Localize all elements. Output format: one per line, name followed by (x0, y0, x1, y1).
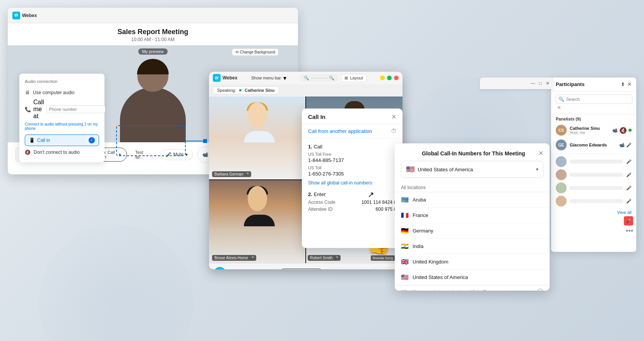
stop-video-meeting-button[interactable]: 📹 Stop video ▾ (326, 268, 368, 269)
france-flag: 🇫🇷 (401, 212, 409, 219)
global-close-button[interactable]: ✕ (538, 150, 543, 157)
export-icon[interactable]: ⬆ (621, 81, 625, 87)
mute-all-icon[interactable]: 🎤 (624, 216, 633, 226)
maximize-btn-main[interactable]: □ (539, 81, 542, 86)
media-controls-left: ⊞ ▾ (248, 269, 258, 270)
dont-connect-icon: 🔇 (25, 150, 31, 155)
minimize-button[interactable] (380, 76, 385, 80)
location-item-aruba[interactable]: 🇦🇼 Aruba (395, 192, 550, 208)
call-me-option[interactable]: 📞 Call me at (25, 97, 99, 121)
participants-search-input[interactable] (566, 97, 629, 102)
besse-mic-icon: 🎤 (250, 256, 254, 260)
aruba-flag: 🇦🇼 (401, 196, 409, 203)
list-view-icon[interactable]: ≡ (557, 104, 560, 110)
more-options-icon[interactable]: ••• (626, 227, 633, 235)
call-me-label: Call me at (33, 99, 44, 120)
giacomo-name: Giacomo Edwards (570, 143, 616, 147)
mute-button[interactable]: 🎤 Mute ▾ (161, 149, 193, 160)
search-end-icon: 🔍 (329, 76, 334, 81)
participants-title: Participants (556, 81, 584, 87)
show-menu-bar[interactable]: Show menu bar ▾ (251, 74, 286, 82)
participants-search-box[interactable]: 🔍 (555, 95, 632, 104)
speaking-bar: Speaking: Catherine Sinu (209, 84, 402, 96)
connect-audio-button[interactable]: 🎙 Connect audio (279, 269, 323, 270)
global-header: Global Call-In Numbers for This Meeting … (395, 143, 550, 161)
close-button[interactable] (394, 76, 399, 80)
attendee-id-label: Attendee ID (308, 207, 332, 212)
video-cell-barbara: Barbara German 🎤 (209, 96, 305, 179)
test-speaker-button[interactable]: Test sp... (132, 148, 156, 161)
access-code-value: 1001 114 8424 # (361, 200, 396, 205)
access-code-label: Access Code (308, 200, 336, 205)
search-layout-area: 🔍 ────── 🔍 ⊞ Layout (300, 74, 366, 82)
meeting-search[interactable]: 🔍 ────── 🔍 (300, 74, 339, 82)
robert-name: Robert Smith (310, 256, 332, 260)
usa-flag: 🇺🇸 (401, 274, 409, 281)
bot-icon: 🤖 (214, 267, 226, 270)
video-cell-besse: Besse Alexis-Home 🎤 (209, 180, 305, 263)
avatar-3 (556, 156, 567, 167)
giacomo-avatar: GE (556, 140, 567, 150)
country-dropdown[interactable]: 🇺🇸 United States of America ▾ (401, 161, 543, 178)
change-background-button[interactable]: ⟲ Change Background (232, 48, 279, 56)
use-computer-audio-option[interactable]: 🖥 Use computer audio (25, 88, 99, 97)
info-icon[interactable]: i (537, 289, 543, 291)
layout-button[interactable]: ⊞ Layout (341, 74, 366, 82)
location-item-germany[interactable]: 🇩🇪 Germany (395, 223, 550, 239)
call-from-link[interactable]: Call from another application (308, 128, 372, 134)
layout-icon: ⊞ (344, 76, 348, 81)
barbara-name: Barbara German (214, 172, 243, 176)
location-item-uk[interactable]: 🇬🇧 United Kingdom (395, 254, 550, 270)
show-menu-chevron: ▾ (283, 74, 286, 82)
all-locations-header: All locations (395, 183, 550, 192)
besse-nametag: Besse Alexis-Home 🎤 (212, 255, 256, 261)
maximize-button[interactable] (387, 76, 392, 80)
meeting-webex-icon: W (213, 74, 221, 82)
robert-mic-icon: 🎤 (334, 256, 338, 260)
barbara-mic-icon: 🎤 (245, 172, 249, 176)
view-all-link[interactable]: View all (551, 208, 636, 216)
global-title: Global Call-In Numbers for This Meeting (409, 150, 538, 157)
speaking-badge: Speaking: Catherine Sinu (213, 86, 279, 94)
show-all-link[interactable]: Show all global call-in numbers (308, 180, 372, 186)
dropdown-arrow-icon: ▾ (536, 167, 538, 172)
catherine-info: Catherine Sinu Host, me (570, 126, 609, 135)
minimize-btn-main[interactable]: — (531, 81, 535, 86)
location-item-india[interactable]: 🇮🇳 India (395, 239, 550, 254)
global-callin-window: Global Call-In Numbers for This Meeting … (395, 143, 550, 291)
location-item-france[interactable]: 🇫🇷 France (395, 208, 550, 223)
participant-item-giacomo: GE Giacomo Edwards 📹 🎤 (551, 138, 636, 152)
meeting-header: Sales Report Meeting 10:00 AM - 11:00 AM (8, 23, 298, 45)
us-toll-free-label: US Toll Free (308, 152, 396, 157)
meeting-top-bar: W Webex Show menu bar ▾ 🔍 ────── 🔍 ⊞ Lay… (209, 72, 402, 84)
cursor: ↗ (368, 190, 374, 199)
barbara-nametag: Barbara German 🎤 (212, 171, 251, 177)
callin-step1: 1. Call US Toll Free 1-844-885-7137 US T… (308, 144, 396, 186)
what-if-text: What if my country or region is not list… (401, 289, 486, 291)
person-body (120, 87, 186, 142)
callin-close-button[interactable]: ✕ (391, 113, 396, 121)
share-button[interactable]: ⬆ Share (371, 268, 398, 269)
call-in-label: 📱 Call in (29, 138, 50, 143)
dont-connect-option[interactable]: 🔇 Don't connect to audio (25, 148, 99, 157)
participant-item-3: 🎤 (556, 155, 632, 168)
name-placeholder-4 (570, 173, 623, 177)
besse-bg (209, 180, 305, 263)
phone-number-input[interactable] (46, 105, 105, 113)
dont-connect-label: Don't connect to audio (34, 150, 80, 155)
catherine-avatar: CS (556, 125, 567, 136)
chevron-icon: ▾ (119, 152, 121, 157)
call-in-option-selected[interactable]: 📱 Call in ✓ (25, 134, 99, 146)
location-item-usa[interactable]: 🇺🇸 United States of America (395, 270, 550, 285)
call-from-app-row[interactable]: Call from another application ⏱ (302, 124, 402, 138)
computer-audio-label: Use computer audio (33, 90, 74, 95)
callin-title: Call In (308, 114, 325, 120)
close-btn-main[interactable]: ✕ (546, 81, 550, 86)
participants-close-icon[interactable]: ✕ (627, 81, 632, 87)
uk-name: United Kingdom (413, 259, 449, 265)
participants-header: Participants ⬆ ✕ (551, 78, 636, 91)
germany-name: Germany (413, 228, 433, 234)
callin-body: 1. Call US Toll Free 1-844-885-7137 US T… (302, 138, 402, 223)
selected-check: ✓ (89, 137, 95, 143)
hair (137, 59, 169, 74)
